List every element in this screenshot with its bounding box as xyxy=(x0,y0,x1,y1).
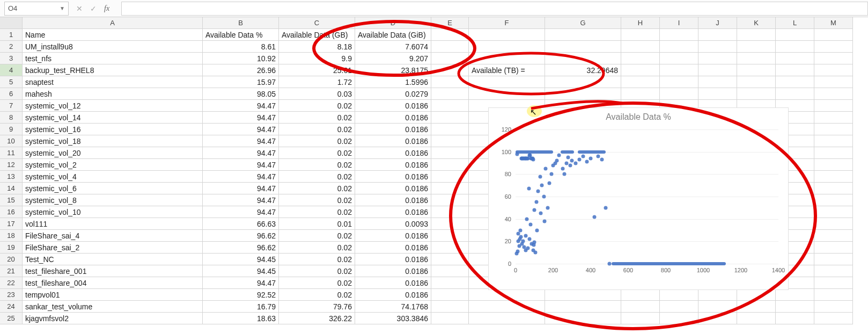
cell-I3[interactable] xyxy=(660,53,698,64)
cell-I24[interactable] xyxy=(660,301,698,313)
cell-I6[interactable] xyxy=(660,88,698,100)
select-all-corner[interactable] xyxy=(0,17,23,29)
cell-I25[interactable] xyxy=(660,313,698,324)
cell-L1[interactable] xyxy=(776,29,814,41)
cell-C23[interactable]: 0.02 xyxy=(279,289,355,301)
cell-A16[interactable]: systemic_vol_10 xyxy=(23,206,203,218)
cell-D21[interactable]: 0.0186 xyxy=(355,265,431,277)
cell-I5[interactable] xyxy=(660,76,698,88)
cell-D12[interactable]: 0.0186 xyxy=(355,159,431,171)
cell-C8[interactable]: 0.02 xyxy=(279,112,355,124)
cell-M11[interactable] xyxy=(814,147,853,159)
row-header-12[interactable]: 12 xyxy=(0,159,23,171)
row-header-6[interactable]: 6 xyxy=(0,88,23,100)
cell-K3[interactable] xyxy=(737,53,776,64)
cell-E15[interactable] xyxy=(431,194,469,206)
cell-C13[interactable]: 0.02 xyxy=(279,171,355,183)
cell-A22[interactable]: test_fileshare_004 xyxy=(23,277,203,289)
cell-M25[interactable] xyxy=(814,313,853,324)
cell-M4[interactable] xyxy=(814,64,853,76)
cell-C1[interactable]: Available Data (GB) xyxy=(279,29,355,41)
formula-input[interactable] xyxy=(121,2,868,16)
cell-J24[interactable] xyxy=(698,301,737,313)
cell-B3[interactable]: 10.92 xyxy=(203,53,279,64)
cell-B18[interactable]: 96.62 xyxy=(203,230,279,242)
cell-A12[interactable]: systemic_vol_2 xyxy=(23,159,203,171)
cell-F23[interactable] xyxy=(469,289,545,301)
cell-H1[interactable] xyxy=(621,29,660,41)
cell-A7[interactable]: systemic_vol_12 xyxy=(23,100,203,112)
cell-F1[interactable] xyxy=(469,29,545,41)
cell-B12[interactable]: 94.47 xyxy=(203,159,279,171)
cell-D22[interactable]: 0.0186 xyxy=(355,277,431,289)
cell-D25[interactable]: 303.3846 xyxy=(355,313,431,324)
cell-B20[interactable]: 94.45 xyxy=(203,254,279,265)
cell-C14[interactable]: 0.02 xyxy=(279,183,355,194)
cell-G23[interactable] xyxy=(545,289,621,301)
column-header-H[interactable]: H xyxy=(621,17,660,29)
cell-A1[interactable]: Name xyxy=(23,29,203,41)
cell-K6[interactable] xyxy=(737,88,776,100)
cell-A13[interactable]: systemic_vol_4 xyxy=(23,171,203,183)
cell-J2[interactable] xyxy=(698,41,737,53)
cancel-icon[interactable]: ✕ xyxy=(76,4,83,13)
row-header-22[interactable]: 22 xyxy=(0,277,23,289)
row-header-7[interactable]: 7 xyxy=(0,100,23,112)
row-header-25[interactable]: 25 xyxy=(0,313,23,324)
cell-M19[interactable] xyxy=(814,242,853,254)
cell-F6[interactable] xyxy=(469,88,545,100)
cell-A14[interactable]: systemic_vol_6 xyxy=(23,183,203,194)
cell-F25[interactable] xyxy=(469,313,545,324)
cell-C20[interactable]: 0.02 xyxy=(279,254,355,265)
cell-D10[interactable]: 0.0186 xyxy=(355,135,431,147)
cell-M17[interactable] xyxy=(814,218,853,230)
row-header-5[interactable]: 5 xyxy=(0,76,23,88)
cell-M2[interactable] xyxy=(814,41,853,53)
row-header-11[interactable]: 11 xyxy=(0,147,23,159)
cell-C12[interactable]: 0.02 xyxy=(279,159,355,171)
cell-M7[interactable] xyxy=(814,100,853,112)
cell-E18[interactable] xyxy=(431,230,469,242)
cell-A6[interactable]: mahesh xyxy=(23,88,203,100)
cell-L3[interactable] xyxy=(776,53,814,64)
cell-M12[interactable] xyxy=(814,159,853,171)
cell-B19[interactable]: 96.62 xyxy=(203,242,279,254)
cell-E5[interactable] xyxy=(431,76,469,88)
cell-C7[interactable]: 0.02 xyxy=(279,100,355,112)
cell-E1[interactable] xyxy=(431,29,469,41)
cell-M20[interactable] xyxy=(814,254,853,265)
column-header-L[interactable]: L xyxy=(776,17,814,29)
cell-I1[interactable] xyxy=(660,29,698,41)
row-header-19[interactable]: 19 xyxy=(0,242,23,254)
cell-D1[interactable]: Available Data (GiB) xyxy=(355,29,431,41)
cell-M10[interactable] xyxy=(814,135,853,147)
row-header-1[interactable]: 1 xyxy=(0,29,23,41)
cell-C17[interactable]: 0.01 xyxy=(279,218,355,230)
cell-E6[interactable] xyxy=(431,88,469,100)
cell-C9[interactable]: 0.02 xyxy=(279,124,355,135)
cell-M9[interactable] xyxy=(814,124,853,135)
cell-J3[interactable] xyxy=(698,53,737,64)
cell-E22[interactable] xyxy=(431,277,469,289)
cell-J1[interactable] xyxy=(698,29,737,41)
cell-E10[interactable] xyxy=(431,135,469,147)
cell-A10[interactable]: systemic_vol_18 xyxy=(23,135,203,147)
row-header-10[interactable]: 10 xyxy=(0,135,23,147)
row-header-21[interactable]: 21 xyxy=(0,265,23,277)
row-header-20[interactable]: 20 xyxy=(0,254,23,265)
cell-A2[interactable]: UM_install9u8 xyxy=(23,41,203,53)
cell-A5[interactable]: snaptest xyxy=(23,76,203,88)
cell-K23[interactable] xyxy=(737,289,776,301)
cell-B16[interactable]: 94.47 xyxy=(203,206,279,218)
cell-M22[interactable] xyxy=(814,277,853,289)
cell-B15[interactable]: 94.47 xyxy=(203,194,279,206)
cell-B1[interactable]: Available Data % xyxy=(203,29,279,41)
cell-E23[interactable] xyxy=(431,289,469,301)
row-header-15[interactable]: 15 xyxy=(0,194,23,206)
cell-E16[interactable] xyxy=(431,206,469,218)
column-header-J[interactable]: J xyxy=(698,17,737,29)
cell-B10[interactable]: 94.47 xyxy=(203,135,279,147)
cell-B7[interactable]: 94.47 xyxy=(203,100,279,112)
cell-G4[interactable]: 32.29648 xyxy=(545,64,621,76)
cell-L6[interactable] xyxy=(776,88,814,100)
